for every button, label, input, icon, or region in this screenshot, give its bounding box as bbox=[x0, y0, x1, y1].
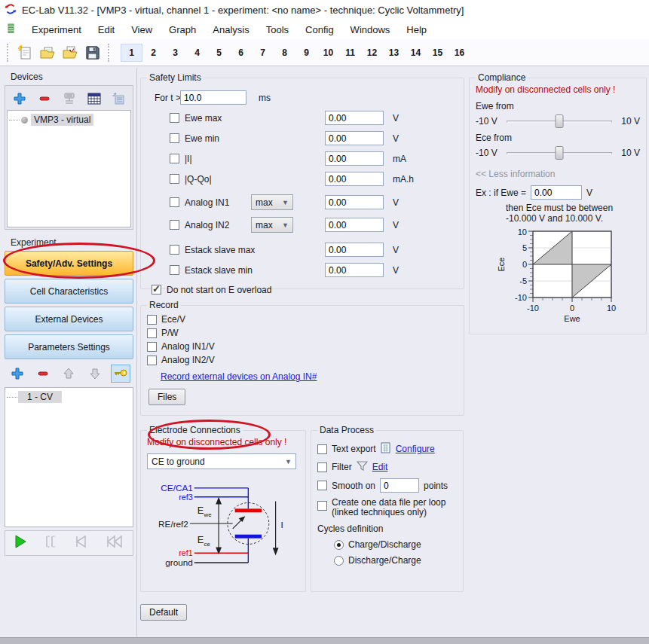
menu-tools[interactable]: Tools bbox=[265, 23, 289, 37]
for-t-input[interactable]: 10.0 bbox=[180, 90, 246, 105]
app-logo-icon bbox=[5, 3, 17, 17]
tab-cell-characteristics[interactable]: Cell Characteristics bbox=[5, 279, 133, 304]
tab-external-devices[interactable]: External Devices bbox=[5, 307, 133, 331]
menu-edit[interactable]: Edit bbox=[97, 23, 115, 37]
files-button[interactable]: Files bbox=[148, 389, 185, 405]
current-limit-input[interactable]: 0.00 bbox=[325, 151, 384, 166]
channel-3[interactable]: 3 bbox=[164, 44, 186, 62]
ece-compliance-slider[interactable] bbox=[505, 145, 614, 160]
record-analog-in2-checkbox[interactable] bbox=[147, 356, 157, 365]
channel-2[interactable]: 2 bbox=[142, 44, 164, 62]
channel-8[interactable]: 8 bbox=[274, 44, 295, 62]
channel-16[interactable]: 16 bbox=[448, 44, 470, 62]
remove-device-icon[interactable] bbox=[35, 90, 54, 108]
discharge-charge-radio[interactable] bbox=[334, 556, 344, 566]
configure-link[interactable]: Configure bbox=[396, 444, 435, 454]
menu-windows[interactable]: Windows bbox=[350, 23, 391, 37]
charge-discharge-radio[interactable] bbox=[334, 540, 344, 550]
menu-graph[interactable]: Graph bbox=[168, 23, 197, 37]
analog-in2-checkbox[interactable] bbox=[170, 220, 179, 230]
channel-10[interactable]: 10 bbox=[317, 44, 339, 62]
channel-9[interactable]: 9 bbox=[295, 44, 317, 62]
analog-in1-input[interactable]: 0.00 bbox=[325, 195, 384, 209]
channel-12[interactable]: 12 bbox=[361, 44, 383, 62]
ewe-min-input[interactable]: 0.00 bbox=[325, 131, 384, 145]
channel-5[interactable]: 5 bbox=[208, 44, 230, 62]
slider-thumb[interactable] bbox=[556, 146, 564, 160]
filter-checkbox[interactable] bbox=[317, 462, 327, 472]
next-experiment-icon[interactable] bbox=[106, 534, 125, 552]
new-protocol-icon[interactable] bbox=[14, 42, 36, 63]
technique-tree-item[interactable]: 1 - CV bbox=[7, 391, 131, 403]
modify-key-icon[interactable] bbox=[111, 365, 130, 383]
record-analog-in1-checkbox[interactable] bbox=[147, 342, 157, 352]
charge-limit-input[interactable]: 0.00 bbox=[325, 172, 384, 186]
ewe-max-checkbox[interactable] bbox=[170, 113, 179, 123]
ewe-max-input[interactable]: 0.00 bbox=[325, 111, 384, 125]
device-label[interactable]: VMP3 - virtual bbox=[31, 114, 93, 126]
example-ewe-input[interactable]: 0.00 bbox=[531, 185, 582, 200]
record-external-devices-link[interactable]: Record external devices on Analog IN# bbox=[161, 371, 317, 382]
technique-label[interactable]: 1 - CV bbox=[18, 391, 62, 403]
channel-11[interactable]: 11 bbox=[339, 44, 361, 62]
slider-thumb[interactable] bbox=[556, 114, 564, 128]
device-config-icon[interactable] bbox=[60, 90, 79, 108]
default-button[interactable]: Default bbox=[140, 604, 187, 621]
text-export-checkbox[interactable] bbox=[317, 444, 327, 454]
pause-icon[interactable] bbox=[43, 534, 58, 552]
estack-slave-min-input[interactable]: 0.00 bbox=[325, 263, 384, 277]
smooth-points-input[interactable]: 0 bbox=[380, 478, 419, 493]
menu-view[interactable]: View bbox=[130, 23, 153, 37]
channel-7[interactable]: 7 bbox=[252, 44, 274, 62]
overload-checkbox[interactable] bbox=[152, 285, 161, 295]
menu-analysis[interactable]: Analysis bbox=[212, 23, 249, 37]
connection-dropdown[interactable]: CE to ground▼ bbox=[147, 453, 296, 469]
channel-6[interactable]: 6 bbox=[230, 44, 252, 62]
channel-13[interactable]: 13 bbox=[383, 44, 405, 62]
devices-panel-title: Devices bbox=[11, 72, 133, 82]
analog-in1-checkbox[interactable] bbox=[170, 197, 179, 207]
next-technique-icon[interactable] bbox=[74, 534, 90, 552]
devices-toolbar bbox=[7, 87, 131, 110]
ewe-compliance-slider[interactable] bbox=[505, 114, 614, 129]
add-technique-icon[interactable] bbox=[8, 365, 27, 383]
estack-slave-max-input[interactable]: 0.00 bbox=[325, 243, 384, 257]
loop-file-checkbox[interactable] bbox=[317, 501, 327, 511]
move-down-icon[interactable] bbox=[85, 365, 105, 383]
channel-4[interactable]: 4 bbox=[186, 44, 208, 62]
menu-config[interactable]: Config bbox=[305, 23, 335, 37]
analog-in1-mode-dropdown[interactable]: max▼ bbox=[251, 194, 293, 210]
open-graph-icon[interactable] bbox=[59, 42, 81, 63]
channel-14[interactable]: 14 bbox=[405, 44, 427, 62]
loop-file-label: Create one data file per loop (linked te… bbox=[332, 498, 445, 517]
device-tree-item[interactable]: VMP3 - virtual bbox=[9, 114, 129, 126]
analog-in2-input[interactable]: 0.00 bbox=[325, 218, 384, 232]
current-limit-checkbox[interactable] bbox=[170, 154, 179, 163]
firmware-icon[interactable] bbox=[109, 90, 129, 108]
record-power-checkbox[interactable] bbox=[147, 328, 157, 338]
save-icon[interactable] bbox=[81, 42, 104, 63]
menu-experiment[interactable]: Experiment bbox=[31, 23, 82, 37]
charge-limit-checkbox[interactable] bbox=[170, 174, 179, 184]
menu-help[interactable]: Help bbox=[406, 23, 427, 37]
record-ece-checkbox[interactable] bbox=[147, 315, 157, 325]
play-icon[interactable] bbox=[13, 534, 28, 552]
channel-grid-icon[interactable] bbox=[84, 90, 104, 108]
tab-parameters-settings[interactable]: Parameters Settings bbox=[5, 334, 133, 359]
channel-1[interactable]: 1 bbox=[121, 44, 142, 62]
channel-15[interactable]: 15 bbox=[427, 44, 448, 62]
remove-technique-icon[interactable] bbox=[33, 365, 53, 383]
less-information-link[interactable]: << Less information bbox=[476, 169, 640, 179]
ece-symbol: E bbox=[197, 534, 204, 545]
smooth-checkbox[interactable] bbox=[317, 481, 327, 490]
filter-edit-link[interactable]: Edit bbox=[372, 462, 388, 472]
estack-slave-min-checkbox[interactable] bbox=[170, 265, 179, 275]
open-experiment-icon[interactable] bbox=[36, 42, 59, 63]
current-limit-label: |I| bbox=[185, 154, 192, 164]
analog-in2-mode-dropdown[interactable]: max▼ bbox=[251, 217, 293, 233]
estack-slave-max-checkbox[interactable] bbox=[170, 245, 179, 255]
move-up-icon[interactable] bbox=[59, 365, 78, 383]
ewe-min-checkbox[interactable] bbox=[170, 133, 179, 143]
tab-safety-adv-settings[interactable]: Safety/Adv. Settings bbox=[5, 251, 133, 276]
add-device-icon[interactable] bbox=[10, 90, 29, 108]
